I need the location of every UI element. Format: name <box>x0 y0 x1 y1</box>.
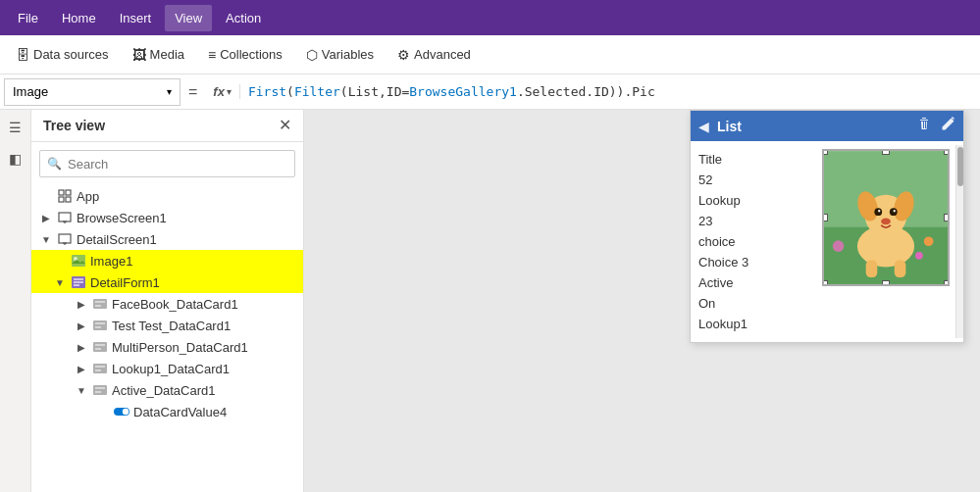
menu-bar: File Home Insert View Action <box>0 0 980 35</box>
main-layout: ☰ ◧ Tree view ✕ 🔍 App ▶ <box>0 110 980 492</box>
toolbar: 🗄 Data sources 🖼 Media ≡ Collections ⬡ V… <box>0 35 980 74</box>
tree-title: Tree view <box>43 118 105 133</box>
list-back-button[interactable]: ◀ <box>698 119 709 134</box>
menu-file[interactable]: File <box>8 5 48 31</box>
collections-icon: ≡ <box>208 47 216 63</box>
svg-point-46 <box>881 218 891 224</box>
svg-rect-25 <box>93 364 107 373</box>
svg-rect-28 <box>93 385 107 395</box>
menu-home[interactable]: Home <box>52 5 106 31</box>
svg-point-37 <box>915 252 923 260</box>
fx-button[interactable]: fx ▾ <box>205 84 240 99</box>
menu-view[interactable]: View <box>165 5 212 31</box>
tree-close-button[interactable]: ✕ <box>279 118 291 133</box>
svg-rect-0 <box>59 190 64 195</box>
svg-rect-47 <box>866 261 878 277</box>
menu-action[interactable]: Action <box>216 5 271 31</box>
tree-item-detailscreen1[interactable]: ▼ DetailScreen1 <box>31 228 303 250</box>
fx-chevron: ▾ <box>227 86 232 97</box>
layers-icon-btn[interactable]: ◧ <box>2 145 29 172</box>
tree-item-detailform1[interactable]: ▼ DetailForm1 <box>31 271 303 293</box>
list-widget-title: List <box>717 119 908 134</box>
svg-point-44 <box>878 210 880 212</box>
list-text-column: Title 52 Lookup 23 choice Choice 3 Activ… <box>691 145 818 338</box>
toolbar-advanced[interactable]: ⚙ Advanced <box>389 43 479 67</box>
tree-item-lookup1-datacard1[interactable]: ▶ Lookup1_DataCard1 <box>31 358 303 379</box>
dropdown-arrow: ▾ <box>167 86 172 97</box>
left-icon-panel: ☰ ◧ <box>0 110 31 492</box>
toolbar-media[interactable]: 🖼 Media <box>125 43 192 67</box>
svg-rect-4 <box>59 213 71 221</box>
svg-rect-2 <box>59 197 64 202</box>
list-scrollbar[interactable] <box>955 145 963 338</box>
tree-item-facebook-datacard1[interactable]: ▶ FaceBook_DataCard1 <box>31 293 303 315</box>
tree-arrow-test: ▶ <box>75 319 88 332</box>
property-dropdown[interactable]: Image ▾ <box>4 78 181 106</box>
datacard-icon-lookup1 <box>92 361 108 376</box>
tree-item-test-datacard1[interactable]: ▶ Test Test_DataCard1 <box>31 315 303 336</box>
tree-arrow-facebook: ▶ <box>75 297 88 311</box>
screen-icon-browse <box>57 210 73 225</box>
tree-arrow-app <box>39 189 53 203</box>
tree-item-image1[interactable]: Image1 <box>31 250 303 271</box>
fx-label: fx <box>213 84 225 99</box>
svg-point-42 <box>874 208 882 216</box>
variables-icon: ⬡ <box>306 47 318 63</box>
toolbar-data-sources[interactable]: 🗄 Data sources <box>8 43 117 67</box>
tree-item-browsescreen1[interactable]: ▶ BrowseScreen1 <box>31 207 303 228</box>
media-icon: 🖼 <box>132 47 146 63</box>
datacard-icon-test <box>92 318 108 333</box>
tree-item-active-datacard1[interactable]: ▼ Active_DataCard1 <box>31 379 303 401</box>
scrollbar-thumb <box>957 147 963 186</box>
tree-search-input[interactable] <box>39 150 295 177</box>
tree-panel: Tree view ✕ 🔍 App ▶ BrowseScreen <box>31 110 304 492</box>
data-sources-label: Data sources <box>33 47 109 62</box>
formula-bar: Image ▾ = fx ▾ First(Filter(List,ID=Brow… <box>0 74 980 110</box>
tree-header: Tree view ✕ <box>31 110 303 142</box>
tree-arrow-lookup1-dc: ▶ <box>75 362 88 375</box>
datacard-icon-active <box>92 382 108 398</box>
tree-arrow-active-dc: ▼ <box>75 383 88 397</box>
canvas-area: ◀ List Title 52 Lookup 23 choice Choice … <box>304 110 980 492</box>
formula-text: First(Filter(List,ID=BrowseGallery1.Sele… <box>248 84 655 99</box>
svg-rect-1 <box>66 190 71 195</box>
dog-svg <box>824 149 948 286</box>
tree-search-container: 🔍 <box>39 150 295 177</box>
list-delete-button[interactable] <box>916 117 932 135</box>
tree-item-multiperson-datacard1[interactable]: ▶ MultiPerson_DataCard1 <box>31 336 303 358</box>
tree-item-datacardvalue4[interactable]: DataCardValue4 <box>31 401 303 422</box>
variables-label: Variables <box>322 47 374 62</box>
tree-arrow-browse: ▶ <box>39 211 53 224</box>
menu-insert[interactable]: Insert <box>110 5 162 31</box>
app-icon <box>57 188 73 204</box>
collections-label: Collections <box>220 47 283 62</box>
svg-rect-48 <box>895 261 906 277</box>
form-icon <box>71 274 86 290</box>
tree-label-test-datacard1: Test Test_DataCard1 <box>112 319 295 333</box>
toolbar-collections[interactable]: ≡ Collections <box>200 43 290 67</box>
list-text-on: On <box>698 293 810 314</box>
list-text-active: Active <box>698 272 810 293</box>
svg-point-43 <box>890 208 898 216</box>
database-icon: 🗄 <box>16 47 29 63</box>
list-text-title: Title <box>698 149 810 170</box>
tree-label-facebook-datacard1: FaceBook_DataCard1 <box>112 297 295 312</box>
toggle-icon <box>114 404 129 419</box>
tree-label-browsescreen1: BrowseScreen1 <box>77 211 295 225</box>
tree-arrow-dcv4 <box>96 405 110 418</box>
search-icon: 🔍 <box>47 157 62 171</box>
menu-icon-btn[interactable]: ☰ <box>2 114 29 141</box>
tree-label-lookup1-datacard1: Lookup1_DataCard1 <box>112 362 295 376</box>
property-name: Image <box>13 84 48 99</box>
tree-label-app: App <box>77 189 295 204</box>
svg-rect-3 <box>66 197 71 202</box>
image-icon <box>71 253 86 269</box>
svg-rect-19 <box>93 320 107 330</box>
list-text-52: 52 <box>698 170 810 190</box>
svg-point-32 <box>123 409 129 415</box>
list-edit-button[interactable] <box>940 117 955 135</box>
screen-icon-detail <box>57 231 73 247</box>
toolbar-variables[interactable]: ⬡ Variables <box>298 43 382 67</box>
svg-point-45 <box>894 210 896 212</box>
tree-item-app[interactable]: App <box>31 185 303 207</box>
